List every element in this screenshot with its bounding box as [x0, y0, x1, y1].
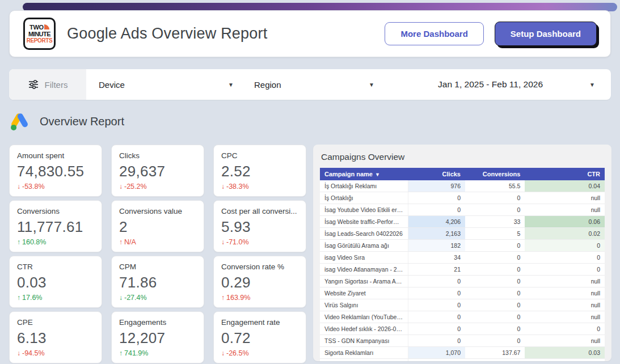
device-filter-dropdown[interactable]: Device ▼ [99, 80, 234, 90]
kpi-card[interactable]: Engagements 12,207 ↑ 741.9% [111, 311, 204, 363]
kpi-value: 2 [119, 218, 196, 236]
kpi-card[interactable]: Cost per all conversi... 5.93 ↓ -71.0% [213, 200, 306, 252]
campaign-row[interactable]: İsag Website traffic-Performance 4,206 3… [320, 216, 605, 228]
kpi-grid: Amount spent 74,830.55 ↓ -53.8% Clicks 2… [9, 145, 306, 363]
more-dashboard-button[interactable]: More Dashboard [385, 22, 483, 45]
logo-pie-icon [44, 24, 49, 29]
campaign-row[interactable]: İsag Leads-Search 04022026 2,163 5 0.02 [320, 228, 605, 240]
campaign-name-cell: Video Hedef sıklık - 2026-02-12 [320, 323, 408, 335]
chevron-down-icon: ▼ [589, 82, 595, 88]
kpi-card[interactable]: Conversions 11,777.61 ↑ 160.8% [9, 200, 102, 252]
campaign-conversions-cell: 0 [465, 359, 525, 362]
kpi-delta-value: -26.5% [226, 349, 249, 357]
campaign-clicks-cell: 0 [408, 204, 465, 216]
campaign-row[interactable]: İş Ortaklığı 0 0 null [320, 192, 605, 204]
region-filter-dropdown[interactable]: Region ▼ [254, 80, 374, 90]
campaign-name-cell: İsag Youtube Video Etkili erişim [320, 204, 408, 216]
logo-text-reports: REPORTS [27, 37, 53, 44]
kpi-label: Clicks [119, 151, 196, 160]
campaign-clicks-cell: 0 [408, 276, 465, 287]
campaign-name-cell: Maks. Performans (P Max) [320, 359, 408, 362]
campaign-row[interactable]: Virüs Salgını 0 0 null [320, 299, 605, 311]
kpi-label: Conversions [17, 207, 94, 215]
kpi-delta-value: -38.3% [226, 183, 249, 191]
kpi-card[interactable]: Conversion rate % 0.29 ↑ 163.9% [213, 256, 306, 308]
campaign-ctr-cell: 0.03 [525, 347, 605, 359]
column-header-campaign-name[interactable]: Campaign name▼ [320, 168, 408, 180]
campaign-clicks-cell: 21 [408, 264, 465, 276]
trend-arrow-icon: ↓ [119, 294, 123, 302]
kpi-delta-value: 17.6% [22, 294, 42, 302]
campaign-ctr-cell: 0 [525, 252, 605, 264]
setup-dashboard-button[interactable]: Setup Dashboard [495, 22, 597, 46]
campaign-row[interactable]: Maks. Performans (P Max) 0 0 null [320, 359, 605, 362]
trend-arrow-icon: ↑ [119, 349, 123, 357]
kpi-delta: ↓ -25.2% [119, 183, 196, 191]
kpi-card[interactable]: Engagement rate 0.72 ↓ -26.5% [213, 311, 306, 363]
campaign-conversions-cell: 55.5 [465, 180, 525, 192]
kpi-card[interactable]: CPM 71.86 ↓ -27.4% [111, 256, 204, 308]
campaign-ctr-cell: null [525, 192, 605, 204]
column-header-ctr[interactable]: CTR [525, 168, 605, 180]
campaign-row[interactable]: Video Reklamları (YouTube Reklamları) 0 … [320, 311, 605, 323]
campaign-row[interactable]: isag Video Sıra 34 0 0 [320, 252, 605, 264]
filters-label: Filters [45, 80, 68, 90]
campaign-name-cell: İş Ortaklığı Reklamı [320, 180, 408, 192]
kpi-delta-value: 741.9% [124, 349, 148, 357]
kpi-delta-value: -27.4% [124, 294, 147, 302]
logo-text-minute: MINUTE [28, 31, 50, 37]
kpi-card[interactable]: Conversions value 2 ↑ N/A [111, 200, 204, 252]
kpi-delta-value: 160.8% [22, 238, 46, 246]
filters-toggle[interactable]: Filters [9, 69, 86, 100]
kpi-delta-value: -53.8% [22, 183, 45, 191]
kpi-value: 29,637 [119, 163, 196, 180]
kpi-card[interactable]: CTR 0.03 ↑ 17.6% [9, 256, 102, 308]
campaign-row[interactable]: İsag Görütülü Arama ağı 182 0 0 [320, 240, 605, 252]
campaign-row[interactable]: İş Ortaklığı Reklamı 976 55.5 0.04 [320, 180, 605, 192]
trend-arrow-icon: ↓ [17, 349, 20, 357]
campaign-name-cell: Yangın Sigortası - Arama Ağı Reklamı [320, 276, 408, 287]
campaign-row[interactable]: Video Hedef sıklık - 2026-02-12 0 0 0 [320, 323, 605, 335]
campaign-clicks-cell: 0 [408, 323, 465, 335]
campaign-ctr-cell: 0.06 [525, 216, 605, 228]
kpi-value: 74,830.55 [17, 163, 94, 180]
campaign-clicks-cell: 0 [408, 299, 465, 311]
kpi-card[interactable]: CPE 6.13 ↓ -94.5% [9, 311, 102, 363]
region-filter-label: Region [254, 80, 281, 90]
column-header-conversions[interactable]: Conversions [465, 168, 525, 180]
campaign-conversions-cell: 0 [465, 276, 525, 287]
campaign-row[interactable]: Website Ziyaret 0 0 null [320, 287, 605, 299]
campaign-row[interactable]: Sigorta Reklamları 1,070 137.67 0.03 [320, 347, 605, 359]
kpi-value: 5.93 [221, 218, 298, 236]
date-range-dropdown[interactable]: Jan 1, 2025 - Feb 11, 2026 ▼ [391, 79, 611, 90]
campaign-conversions-cell: 0 [465, 264, 525, 276]
campaign-row[interactable]: İsag Youtube Video Etkili erişim 0 0 nul… [320, 204, 605, 216]
campaigns-overview-card: Campaigns Overview Campaign name▼ Clicks… [313, 145, 611, 361]
campaign-row[interactable]: isag Video Atlanamayan - 2026-02-19 21 0… [320, 264, 605, 276]
column-header-clicks[interactable]: Clicks [408, 168, 465, 180]
campaign-conversions-cell: 33 [465, 216, 525, 228]
kpi-value: 2.52 [221, 163, 298, 180]
campaign-ctr-cell: 0 [525, 323, 605, 335]
trend-arrow-icon: ↓ [221, 349, 225, 357]
kpi-card[interactable]: Amount spent 74,830.55 ↓ -53.8% [9, 145, 102, 197]
kpi-label: Engagements [119, 318, 196, 327]
date-range-value: Jan 1, 2025 - Feb 11, 2026 [391, 79, 589, 90]
campaign-ctr-cell: null [525, 276, 605, 287]
trend-arrow-icon: ↑ [17, 294, 20, 302]
header-bar: TWO MINUTE REPORTS Google Ads Overview R… [9, 10, 611, 57]
kpi-label: Conversions value [119, 207, 196, 215]
trend-arrow-icon: ↑ [221, 294, 225, 302]
chevron-down-icon: ▼ [369, 82, 374, 88]
filters-bar: Filters Device ▼ Region ▼ Jan 1, 2025 - … [9, 69, 611, 100]
kpi-card[interactable]: Clicks 29,637 ↓ -25.2% [111, 145, 204, 197]
campaign-row[interactable]: Yangın Sigortası - Arama Ağı Reklamı 0 0… [320, 276, 605, 287]
kpi-delta: ↓ -38.3% [221, 183, 298, 191]
kpi-card[interactable]: CPC 2.52 ↓ -38.3% [213, 145, 306, 197]
campaign-name-cell: isag Video Atlanamayan - 2026-02-19 [320, 264, 408, 276]
kpi-label: CPM [119, 263, 196, 271]
campaign-ctr-cell: null [525, 287, 605, 299]
campaign-clicks-cell: 34 [408, 252, 465, 264]
logo-line-1: TWO [29, 24, 49, 31]
campaign-row[interactable]: TSS - GDN Kampanyası 0 0 null [320, 335, 605, 347]
